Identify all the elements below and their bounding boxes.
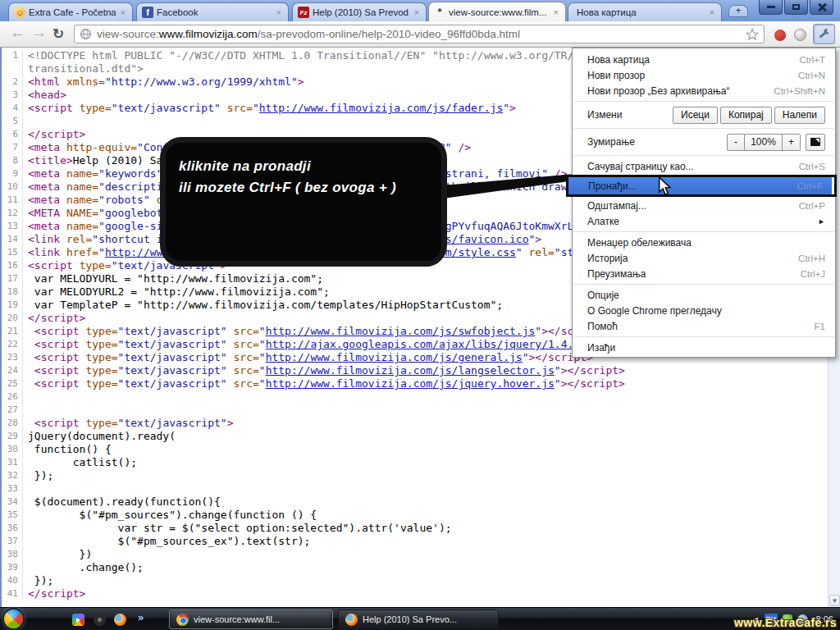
menu-item-3[interactable]: Нови прозор „Без архивирања“Ctrl+Shift+N <box>573 83 835 98</box>
tab-1[interactable]: ☺Extra Cafe - Početna× <box>8 2 133 21</box>
close-icon <box>817 2 827 12</box>
line-number: 36 <box>2 522 23 535</box>
menu-item-9[interactable]: Сачувај страницу као...Ctrl+S <box>573 158 835 174</box>
picasa-quicklaunch-icon[interactable] <box>72 614 84 626</box>
menu-item-20[interactable]: ПомоћF1 <box>573 318 835 334</box>
back-icon[interactable]: ← <box>10 24 25 42</box>
line-number: 30 <box>2 443 23 456</box>
menu-item-19[interactable]: О Google Chrome прегледачу <box>573 303 835 318</box>
tab-2[interactable]: fFacebook× <box>136 2 289 21</box>
minimize-button[interactable] <box>759 0 783 15</box>
close-button[interactable] <box>810 0 833 15</box>
quicklaunch-overflow-chevron[interactable]: » <box>138 611 144 623</box>
code-line: 40 }); <box>2 574 779 587</box>
menu-item-1[interactable]: Нова картицаCtrl+T <box>573 52 835 67</box>
reload-icon[interactable]: ↻ <box>52 25 64 43</box>
address-bar[interactable]: view-source:www.filmovizija.com/sa-prevo… <box>74 25 765 43</box>
browser-tab-strip: ☺Extra Cafe - Početna×fFacebook×FzHelp (… <box>0 0 840 21</box>
menu-shortcut: Ctrl+F <box>797 181 823 191</box>
tab-close-icon[interactable]: × <box>275 7 283 17</box>
menu-item-18[interactable]: Опције <box>573 287 835 303</box>
wrench-menu-button[interactable] <box>813 24 835 44</box>
tab-close-icon[interactable]: × <box>119 7 127 17</box>
line-number: 19 <box>2 299 23 312</box>
tab-title: Extra Cafe - Početna <box>29 7 116 17</box>
tab-3[interactable]: FzHelp (2010) Sa Prevod...× <box>292 2 427 21</box>
firefox-quicklaunch-icon[interactable] <box>114 614 126 626</box>
taskbar-button-2[interactable]: Help (2010) Sa Prevo... <box>338 609 499 629</box>
new-tab-button[interactable]: + <box>728 5 748 17</box>
tab-close-icon[interactable]: × <box>552 7 560 17</box>
tab-close-icon[interactable]: × <box>708 7 716 17</box>
code-text: var TemplateP = "http://www.filmovizija.… <box>23 299 503 312</box>
tab-5[interactable]: Нова картица× <box>568 2 722 21</box>
line-number: 22 <box>2 338 23 351</box>
media-player-quicklaunch-icon[interactable] <box>94 614 106 626</box>
menu-item-label: Преузимања <box>587 268 801 280</box>
code-line: 35 $("#pm_sources").change(function () { <box>2 509 779 522</box>
code-text: var MELODYURL = "http://www.filmovizija.… <box>23 272 323 285</box>
code-line: 37 $("#pm_sources_ex").text(str); <box>2 535 779 548</box>
code-line: 26 <box>2 390 779 404</box>
code-text: $("#pm_sources_ex").text(str); <box>23 535 310 548</box>
code-text <box>23 115 28 128</box>
menu-item-16[interactable]: ПреузимањаCtrl+J <box>573 266 835 281</box>
fullscreen-button[interactable] <box>806 134 825 151</box>
edit-button-2[interactable]: Налепи <box>774 107 825 124</box>
code-line: 29jQuery(document).ready( <box>2 430 779 443</box>
window-controls <box>759 0 833 15</box>
menu-shortcut: Ctrl+H <box>798 253 825 263</box>
tab-title: Нова картица <box>577 7 705 17</box>
line-number: 23 <box>2 351 23 364</box>
line-number: 24 <box>2 364 23 377</box>
url-host: www.filmovizija.com <box>159 28 258 40</box>
scroll-down-button[interactable]: ▼ <box>829 595 840 606</box>
line-number: 2 <box>2 75 23 89</box>
menu-item-14[interactable]: Менаџер обележивача <box>573 235 835 250</box>
start-button[interactable] <box>2 608 25 630</box>
menu-item-label: О Google Chrome прегледачу <box>587 305 825 317</box>
menu-item-11[interactable]: Одштампај...Ctrl+P <box>573 198 835 213</box>
forward-icon[interactable]: → <box>31 24 47 42</box>
menu-item-label: Историја <box>587 253 798 264</box>
restore-button[interactable] <box>784 0 808 15</box>
edit-button-0[interactable]: Исеци <box>673 107 718 124</box>
desktop: ☺Extra Cafe - Početna×fFacebook×FzHelp (… <box>0 0 840 630</box>
menu-item-label: Нови прозор <box>587 70 798 81</box>
code-text: jQuery(document).ready( <box>23 430 176 443</box>
zoom-in-button[interactable]: + <box>783 134 801 151</box>
code-text: <script type="text/javascript" src="http… <box>23 351 593 364</box>
tab-4[interactable]: *view-source:www.film...× <box>428 2 566 21</box>
line-number: 10 <box>2 180 23 194</box>
firefox-icon <box>345 614 358 626</box>
record-status-icon[interactable] <box>774 30 786 41</box>
line-number: 37 <box>2 535 23 548</box>
menu-separator <box>573 155 834 156</box>
taskbar-button-label: view-source:www.fil... <box>194 614 280 624</box>
line-number: 27 <box>2 404 23 417</box>
taskbar-button-1[interactable]: view-source:www.fil... <box>169 609 333 629</box>
line-number: 31 <box>2 456 23 469</box>
line-number: 28 <box>2 417 23 430</box>
menu-item-10[interactable]: Пронађи...Ctrl+F <box>566 175 837 197</box>
menu-item-15[interactable]: ИсторијаCtrl+H <box>573 250 835 266</box>
menu-shortcut: Ctrl+N <box>798 71 825 80</box>
sphere-extension-icon[interactable] <box>794 29 806 41</box>
menu-item-edit: ИзмениИсециКопирајНалепи <box>573 104 835 126</box>
menu-item-22[interactable]: Изађи <box>573 340 835 355</box>
menu-item-12[interactable]: Алатке► <box>573 213 835 229</box>
code-line: 32 }); <box>2 469 779 482</box>
zoom-out-button[interactable]: - <box>727 134 745 151</box>
edit-button-1[interactable]: Копирај <box>720 107 772 124</box>
code-text: </script> <box>23 312 85 325</box>
smiley-favicon-icon: ☺ <box>14 7 25 18</box>
code-line: 39 .change(); <box>2 561 779 574</box>
bookmark-star-icon[interactable] <box>746 28 759 41</box>
line-number: 39 <box>2 561 23 574</box>
menu-item-2[interactable]: Нови прозорCtrl+N <box>573 67 835 83</box>
tab-close-icon[interactable]: × <box>413 7 421 17</box>
code-line: 41</script> <box>2 587 779 600</box>
menu-item-label: Нови прозор „Без архивирања“ <box>587 85 774 97</box>
code-text: </script> <box>23 128 85 141</box>
line-number: 32 <box>2 469 23 482</box>
